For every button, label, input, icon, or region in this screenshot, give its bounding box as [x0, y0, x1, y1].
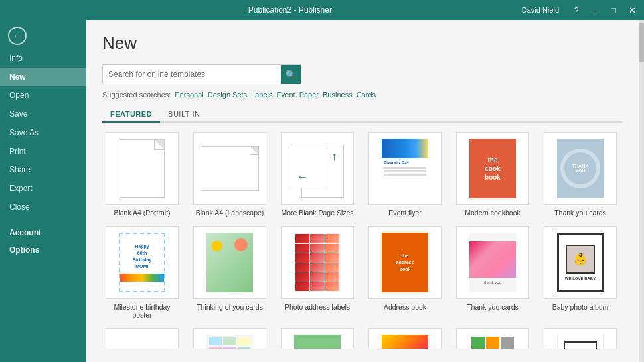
tab-featured[interactable]: FEATURED: [102, 107, 160, 123]
template-thumb-modern-cookbook: thecookbook: [456, 132, 529, 205]
template-thumb-thank-you2: thank you: [456, 226, 529, 299]
template-white[interactable]: [540, 328, 620, 349]
colorful-grid-preview: [469, 335, 516, 349]
template-label-thank-you: Thank you cards: [554, 209, 606, 217]
sidebar-item-close[interactable]: Close: [0, 198, 86, 216]
template-address-book[interactable]: theaddressbook Address book: [365, 226, 445, 319]
baby-text: WE LOVE BABY: [565, 276, 596, 280]
label-cell: [325, 253, 339, 263]
sidebar-item-new[interactable]: New: [0, 68, 86, 86]
birthday-bottom: [120, 274, 164, 282]
template-more-blank[interactable]: ↑ ← More Blank Page Sizes: [278, 132, 357, 217]
template-green[interactable]: [278, 328, 357, 349]
template-thumb-birthday: Happy60thBirthdayMOM!: [106, 226, 179, 299]
arrow-left-icon: ←: [296, 170, 308, 184]
label-cell: [223, 337, 236, 345]
label-cell: [325, 272, 339, 282]
sidebar-item-open[interactable]: Open: [0, 86, 86, 105]
label-cell: [209, 337, 222, 345]
template-blank-portrait[interactable]: Blank A4 (Portrait): [102, 132, 182, 217]
suggested-paper[interactable]: Paper: [299, 91, 319, 99]
back-button[interactable]: ←: [0, 23, 86, 49]
suggested-labels[interactable]: Labels: [251, 91, 272, 99]
grid-cell: [471, 337, 485, 349]
suggested-event[interactable]: Event: [277, 91, 295, 99]
template-thumb-address-book: theaddressbook: [368, 226, 442, 299]
template-thank-you2[interactable]: thank you Thank you cards: [453, 226, 532, 319]
template-thinking-cards[interactable]: Thinking of you cards: [190, 226, 270, 319]
template-label-modern-cookbook: Modern cookbook: [465, 209, 520, 217]
flyer-line: [384, 170, 426, 172]
sidebar-item-export[interactable]: Export: [0, 179, 86, 198]
template-label-thinking: Thinking of you cards: [197, 303, 263, 311]
search-input[interactable]: [103, 66, 281, 82]
hap-preview: h a p: [119, 335, 165, 349]
template-modern-cookbook[interactable]: thecookbook Modern cookbook: [453, 132, 532, 217]
suggested-cards[interactable]: Cards: [357, 91, 376, 99]
template-label-birthday: Milestone birthday poster: [106, 303, 179, 319]
template-thumb-baby-album: 👶 WE LOVE BABY: [544, 226, 617, 299]
label-cell: [310, 234, 324, 243]
label-cell: [238, 347, 250, 349]
grid-cell: [486, 337, 499, 349]
back-circle-icon[interactable]: ←: [8, 27, 27, 45]
blank-portrait-preview: [120, 139, 165, 198]
suggested-business[interactable]: Business: [323, 91, 353, 99]
label-cell: [238, 337, 250, 345]
template-blank-landscape[interactable]: Blank A4 (Landscape): [190, 132, 270, 217]
template-thumb-colorful-grid: [456, 328, 529, 349]
template-thank-you-cards[interactable]: THANKYOU Thank you cards: [540, 132, 620, 217]
suggested-personal[interactable]: Personal: [175, 91, 203, 99]
sidebar-item-info[interactable]: Info: [0, 49, 86, 68]
cookbook-preview: thecookbook: [469, 139, 516, 198]
baby-album-preview: 👶 WE LOVE BABY: [557, 233, 604, 292]
window-title: Publication2 - Publisher: [58, 5, 522, 15]
help-button[interactable]: ?: [570, 3, 583, 17]
sidebar-item-save[interactable]: Save: [0, 105, 86, 123]
scrollbar-thumb[interactable]: [639, 23, 644, 62]
close-button[interactable]: ✕: [625, 3, 639, 17]
arrow-up-icon: ↑: [331, 150, 337, 164]
address-book-text: theaddressbook: [396, 253, 414, 272]
templates-scroll[interactable]: Blank A4 (Portrait) Blank A4 (Landscape): [102, 132, 623, 349]
template-label-baby-album: Baby photo album: [552, 303, 609, 311]
sidebar-item-save-as[interactable]: Save As: [0, 123, 86, 142]
template-hap-poster[interactable]: h a p: [102, 328, 182, 349]
suggested-searches: Suggested searches: Personal Design Sets…: [102, 91, 623, 99]
template-thumb-blank-portrait: [106, 132, 179, 205]
tabs: FEATURED BUILT-IN: [102, 107, 623, 123]
template-photo-labels[interactable]: Photo address labels: [278, 226, 357, 319]
blank-landscape-preview: [201, 146, 259, 191]
suggested-design-sets[interactable]: Design Sets: [208, 91, 247, 99]
template-birthday-poster[interactable]: Happy60thBirthdayMOM! Milestone birthday…: [102, 226, 182, 319]
label-cell: [310, 272, 324, 282]
search-button[interactable]: 🔍: [281, 65, 301, 84]
sidebar-item-account[interactable]: Account: [0, 224, 86, 241]
flyer-line: [384, 174, 426, 176]
minimize-button[interactable]: —: [588, 3, 602, 17]
template-photo[interactable]: [365, 328, 445, 349]
template-thumb-event-flyer: Diversity Day: [368, 132, 442, 205]
flyer-top-banner: [382, 139, 428, 158]
suggested-label: Suggested searches:: [102, 91, 171, 99]
template-colorful-labels[interactable]: [190, 328, 270, 349]
label-cell: [295, 244, 309, 253]
sidebar-item-print[interactable]: Print: [0, 142, 86, 160]
maximize-button[interactable]: □: [607, 3, 620, 17]
flyer-title: Diversity Day: [382, 158, 428, 166]
label-cell: [223, 347, 236, 349]
template-thumb-more-blank: ↑ ←: [281, 132, 354, 205]
sidebar-item-options[interactable]: Options: [0, 241, 86, 259]
user-name: David Nield: [522, 6, 559, 14]
scrollbar-track[interactable]: [639, 20, 644, 362]
template-label-thank-you2: Thank you cards: [467, 303, 519, 311]
baby-photo: 👶: [566, 245, 595, 274]
label-row: [209, 337, 250, 345]
back-arrow-icon: ←: [13, 30, 22, 41]
sidebar-item-share[interactable]: Share: [0, 160, 86, 179]
template-colorful-grid[interactable]: [453, 328, 532, 349]
tab-built-in[interactable]: BUILT-IN: [160, 107, 208, 123]
template-thumb-colorful-labels: [193, 328, 266, 349]
template-baby-album[interactable]: 👶 WE LOVE BABY Baby photo album: [540, 226, 620, 319]
template-event-flyer[interactable]: Diversity Day Event flyer: [365, 132, 445, 217]
